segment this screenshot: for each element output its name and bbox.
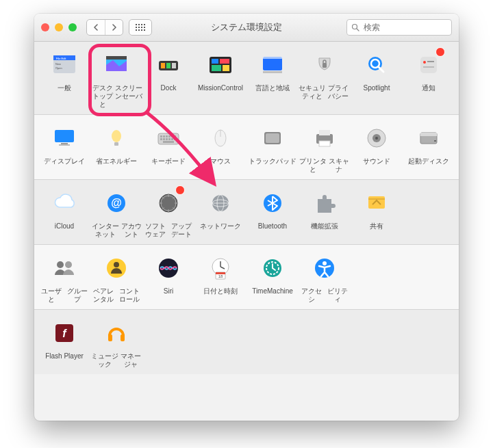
- forward-button[interactable]: [105, 20, 123, 35]
- svg-rect-28: [423, 66, 434, 68]
- titlebar: システム環境設定: [34, 14, 459, 42]
- pref-label: 言語と地域: [246, 84, 299, 101]
- parental-icon: [90, 252, 142, 285]
- dock-icon: [142, 49, 194, 81]
- search-field[interactable]: [346, 19, 452, 36]
- pref-users[interactable]: ユーザとグループ: [38, 252, 90, 304]
- svg-point-26: [423, 61, 426, 64]
- pref-label: トラックパッド: [246, 157, 299, 174]
- pref-software[interactable]: ソフトウェアアップデート: [142, 187, 194, 239]
- pref-desktop[interactable]: デスクトップとスクリーンセーバ: [90, 49, 142, 109]
- svg-rect-25: [420, 57, 437, 73]
- pref-siri[interactable]: Siri: [142, 252, 194, 304]
- desktop-icon: [90, 49, 142, 81]
- svg-rect-46: [171, 138, 173, 140]
- pref-timemachine[interactable]: TimeMachine: [246, 252, 299, 304]
- pref-label: TimeMachine: [246, 287, 299, 304]
- pref-sharing[interactable]: 共有: [351, 187, 403, 239]
- show-all-button[interactable]: [129, 19, 152, 36]
- search-icon: [351, 23, 359, 31]
- svg-rect-52: [266, 133, 279, 143]
- pref-label: サウンド: [351, 157, 403, 174]
- pref-label: ネットワーク: [194, 222, 246, 239]
- pref-keyboard[interactable]: キーボード: [142, 122, 194, 174]
- svg-rect-39: [168, 135, 170, 137]
- startup-icon: [403, 122, 455, 155]
- pref-extensions[interactable]: 機能拡張: [299, 187, 351, 239]
- extensions-icon: [299, 187, 351, 220]
- svg-point-33: [112, 130, 121, 142]
- pref-general[interactable]: File EditNewOpen一般: [38, 49, 90, 109]
- svg-text:@: @: [111, 197, 122, 209]
- system-preferences-window: システム環境設定 File EditNewOpen一般デスクトップとスクリーンセ…: [34, 14, 459, 421]
- pref-label: 共有: [351, 222, 403, 239]
- pref-dock[interactable]: Dock: [142, 49, 194, 109]
- pref-displays[interactable]: ディスプレイ: [38, 122, 90, 174]
- svg-rect-62: [434, 140, 436, 142]
- svg-rect-29: [55, 130, 74, 142]
- svg-point-81: [57, 261, 64, 268]
- minimize-button[interactable]: [55, 23, 63, 31]
- close-button[interactable]: [41, 23, 49, 31]
- pref-security[interactable]: セキュリティとプライバシー: [299, 49, 351, 109]
- pref-label: 機能拡張: [299, 222, 351, 239]
- svg-text:File Edit: File Edit: [56, 57, 66, 60]
- pref-energy[interactable]: 省エネルギー: [90, 122, 142, 174]
- pref-notifications[interactable]: 通知: [403, 49, 455, 109]
- zoom-button[interactable]: [68, 23, 77, 31]
- pref-label: ユーザとグループ: [38, 287, 90, 304]
- pref-mouse[interactable]: マウス: [194, 122, 246, 174]
- lang-icon: [246, 49, 299, 81]
- svg-point-82: [65, 261, 72, 268]
- users-icon: [38, 252, 90, 285]
- pref-network[interactable]: ネットワーク: [194, 187, 246, 239]
- pref-label: セキュリティとプライバシー: [299, 84, 351, 101]
- pref-label: 通知: [403, 84, 455, 101]
- back-button[interactable]: [87, 20, 105, 35]
- keyboard-icon: [142, 122, 194, 155]
- pref-printers[interactable]: プリンタとスキャナ: [299, 122, 351, 174]
- svg-rect-36: [160, 135, 162, 137]
- pref-mission[interactable]: MissionControl: [194, 49, 246, 109]
- search-input[interactable]: [362, 22, 447, 33]
- pref-sound[interactable]: サウンド: [351, 122, 403, 174]
- pref-flash[interactable]: fFlash Player: [38, 317, 90, 369]
- pref-label: Flash Player: [38, 352, 90, 369]
- pref-label: 起動ディスク: [403, 157, 455, 174]
- svg-rect-99: [121, 334, 125, 341]
- pref-music[interactable]: ミュージックマネージャ: [90, 317, 142, 369]
- svg-rect-19: [263, 57, 282, 59]
- svg-rect-38: [166, 135, 168, 137]
- svg-rect-55: [319, 141, 330, 146]
- pref-label: デスクトップとスクリーンセーバ: [90, 84, 142, 109]
- grid-icon: [136, 24, 145, 31]
- pref-label: MissionControl: [194, 84, 246, 101]
- svg-rect-43: [163, 138, 165, 140]
- pref-label: Bluetooth: [246, 222, 299, 239]
- pref-trackpad[interactable]: トラックパッド: [246, 122, 299, 174]
- badge-icon: [175, 185, 185, 195]
- icloud-icon: [38, 187, 90, 220]
- svg-rect-14: [212, 59, 218, 64]
- pref-bluetooth[interactable]: Bluetooth: [246, 187, 299, 239]
- pref-label: Spotlight: [351, 84, 403, 101]
- pref-accessibility[interactable]: アクセシビリティ: [299, 252, 351, 304]
- pref-label: インターネットアカウント: [90, 222, 142, 239]
- pref-spotlight[interactable]: Spotlight: [351, 49, 403, 109]
- svg-point-95: [323, 261, 327, 265]
- svg-rect-37: [163, 135, 165, 137]
- pref-startup[interactable]: 起動ディスク: [403, 122, 455, 174]
- pref-label: プリンタとスキャナ: [299, 157, 351, 174]
- svg-point-58: [375, 137, 378, 140]
- pref-parental[interactable]: ペアレンタルコントロール: [90, 252, 142, 304]
- pref-internet[interactable]: @インターネットアカウント: [90, 187, 142, 239]
- pref-label: キーボード: [142, 157, 194, 174]
- timemachine-icon: [246, 252, 299, 285]
- pref-lang[interactable]: 言語と地域: [246, 49, 299, 109]
- svg-text:18: 18: [218, 274, 223, 278]
- pref-icloud[interactable]: iCloud: [38, 187, 90, 239]
- internet-icon: @: [90, 187, 142, 220]
- pref-datetime[interactable]: 18日付と時刻: [194, 252, 246, 304]
- mouse-icon: [194, 122, 246, 155]
- pref-label: アクセシビリティ: [299, 287, 351, 304]
